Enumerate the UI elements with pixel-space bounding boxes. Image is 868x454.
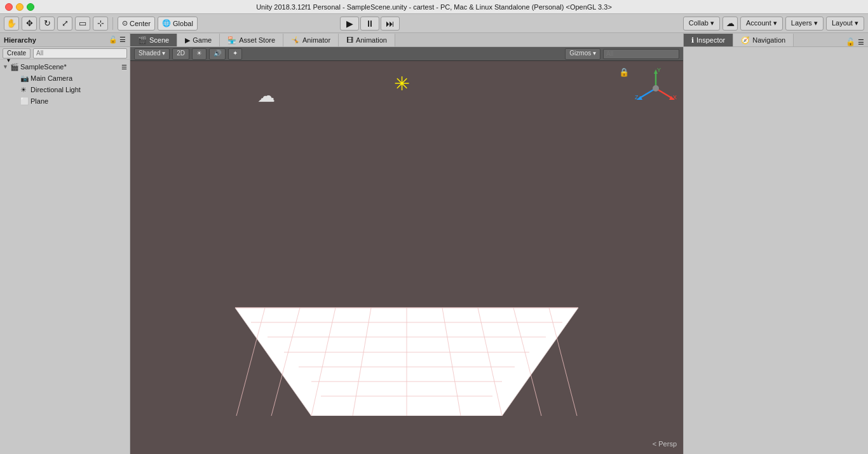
center-panel: 🎬 Scene ▶ Game 🏪 Asset Store 🤸 Animator … [130, 33, 684, 454]
move-tool[interactable]: ✥ [22, 17, 37, 31]
scene-cloud: ☁ [257, 85, 275, 106]
minimize-button[interactable] [16, 3, 24, 11]
tab-game[interactable]: ▶ Game [177, 34, 220, 46]
hierarchy-create-button[interactable]: Create ▾ [3, 48, 31, 58]
hierarchy-title: Hierarchy [4, 36, 36, 44]
scene-search-input[interactable] [603, 49, 679, 59]
tab-inspector[interactable]: ℹ Inspector [684, 34, 733, 46]
cloud-button[interactable]: ☁ [722, 17, 738, 31]
scene-tab-bar: 🎬 Scene ▶ Game 🏪 Asset Store 🤸 Animator … [130, 33, 683, 47]
tab-scene[interactable]: 🎬 Scene [130, 34, 177, 46]
tab-animator[interactable]: 🤸 Animator [283, 34, 339, 46]
animation-tab-label: Animation [356, 36, 387, 44]
layout-button[interactable]: Layout ▾ [826, 17, 864, 31]
light-icon: ☀ [20, 86, 29, 94]
inspector-content [684, 47, 868, 454]
step-icon: ⏭ [386, 18, 395, 29]
layers-label: Layers ▾ [791, 19, 818, 27]
shading-dropdown[interactable]: Shaded ▾ [134, 48, 170, 60]
pause-button[interactable]: ⏸ [360, 17, 379, 31]
scene-plane [222, 270, 591, 416]
scene-arrow-icon: ▼ [3, 64, 10, 70]
hierarchy-scene-menu[interactable]: ☰ [121, 64, 127, 71]
axis-gizmo: Y X Z [634, 66, 678, 111]
transform-tool[interactable]: ⊹ [93, 17, 108, 31]
main-toolbar: ✋ ✥ ↻ ⤢ ▭ ⊹ ⊙ Center 🌐 Global ▶ ⏸ ⏭ Coll… [0, 14, 868, 33]
hand-tool[interactable]: ✋ [4, 17, 19, 31]
persp-label: < Persp [653, 440, 677, 448]
hierarchy-plane[interactable]: ⬜ Plane [0, 95, 130, 107]
svg-text:X: X [673, 94, 677, 100]
inspector-menu-icon[interactable]: ☰ [858, 38, 864, 46]
maximize-button[interactable] [27, 3, 34, 11]
global-button[interactable]: 🌐 Global [158, 17, 198, 31]
collab-button[interactable]: Collab ▾ [683, 17, 720, 31]
animator-tab-label: Animator [302, 36, 330, 44]
audio-button[interactable]: 🔊 [209, 48, 226, 60]
effects-button[interactable]: ✦ [228, 48, 242, 60]
tab-navigation[interactable]: 🧭 Navigation [733, 34, 794, 46]
gizmos-dropdown[interactable]: Gizmos ▾ [565, 48, 600, 60]
right-toolbar: Collab ▾ ☁ Account ▾ Layers ▾ Layout ▾ [683, 17, 864, 31]
close-button[interactable] [5, 3, 13, 11]
play-icon: ▶ [346, 18, 353, 29]
step-button[interactable]: ⏭ [381, 17, 400, 31]
scene-tab-label: Scene [149, 36, 169, 44]
scene-tab-icon: 🎬 [138, 36, 147, 45]
hierarchy-lock-icon[interactable]: 🔓 [109, 36, 118, 44]
layers-button[interactable]: Layers ▾ [785, 17, 824, 31]
rotate-tool[interactable]: ↻ [39, 17, 55, 31]
transport-controls: ▶ ⏸ ⏭ [340, 17, 400, 31]
pivot-icon: ⊙ [122, 19, 128, 27]
hierarchy-content: ▼ 🎬 SampleScene* ☰ 📷 Main Camera ☀ Direc… [0, 60, 130, 454]
inspector-controls: 🔓 ☰ [846, 38, 868, 46]
hierarchy-directional-light[interactable]: ☀ Directional Light [0, 84, 130, 95]
asset-store-tab-label: Asset Store [239, 36, 275, 44]
sep1 [112, 17, 113, 30]
navigation-tab-label: Navigation [752, 36, 785, 44]
hierarchy-main-camera[interactable]: 📷 Main Camera [0, 72, 130, 84]
svg-text:Z: Z [635, 94, 639, 100]
inspector-lock-icon[interactable]: 🔓 [846, 38, 855, 46]
center-button[interactable]: ⊙ Center [118, 17, 155, 31]
cloud-icon: ☁ [726, 18, 735, 28]
scale-tool[interactable]: ⤢ [57, 17, 72, 31]
2d-button[interactable]: 2D [172, 48, 189, 60]
hierarchy-search-input[interactable] [33, 48, 127, 58]
global-icon: 🌐 [162, 19, 171, 27]
2d-label: 2D [177, 50, 185, 57]
account-button[interactable]: Account ▾ [740, 17, 783, 31]
camera-label: Main Camera [31, 74, 72, 82]
hierarchy-panel-icons: 🔓 ☰ [109, 36, 126, 44]
hierarchy-header: Hierarchy 🔓 ☰ [0, 33, 130, 47]
game-tab-label: Game [193, 36, 212, 44]
global-label: Global [173, 20, 193, 27]
hierarchy-toolbar: Create ▾ [0, 47, 130, 60]
hierarchy-scene-item[interactable]: ▼ 🎬 SampleScene* ☰ [0, 61, 130, 72]
inspector-tab-bar: ℹ Inspector 🧭 Navigation 🔓 ☰ [684, 33, 868, 47]
scene-view[interactable]: ✳ ☁ 🔒 Y [130, 61, 683, 454]
scene-label: SampleScene* [20, 63, 67, 71]
pause-icon: ⏸ [365, 18, 374, 29]
hierarchy-panel: Hierarchy 🔓 ☰ Create ▾ ▼ 🎬 SampleScene* … [0, 33, 130, 454]
scene-sun: ✳ [394, 72, 410, 95]
titlebar: Unity 2018.3.12f1 Personal - SampleScene… [0, 0, 868, 14]
play-button[interactable]: ▶ [340, 17, 359, 31]
scene-lock-icon: 🔒 [619, 67, 629, 77]
tab-animation[interactable]: 🎞 Animation [339, 34, 395, 46]
asset-store-tab-icon: 🏪 [227, 36, 236, 45]
window-controls [5, 3, 34, 11]
lighting-button[interactable]: ☀ [192, 48, 207, 60]
titlebar-text: Unity 2018.3.12f1 Personal - SampleScene… [256, 3, 612, 11]
gizmos-label: Gizmos ▾ [569, 50, 596, 57]
game-tab-icon: ▶ [185, 36, 190, 45]
animation-tab-icon: 🎞 [346, 36, 353, 44]
plane-label: Plane [31, 97, 48, 105]
inspector-panel: ℹ Inspector 🧭 Navigation 🔓 ☰ [684, 33, 868, 454]
shading-label: Shaded [139, 50, 160, 57]
rect-tool[interactable]: ▭ [75, 17, 90, 31]
hierarchy-menu-icon[interactable]: ☰ [119, 36, 126, 44]
tab-asset-store[interactable]: 🏪 Asset Store [220, 34, 283, 46]
layout-label: Layout ▾ [832, 19, 858, 27]
inspector-tab-label: Inspector [696, 36, 725, 44]
